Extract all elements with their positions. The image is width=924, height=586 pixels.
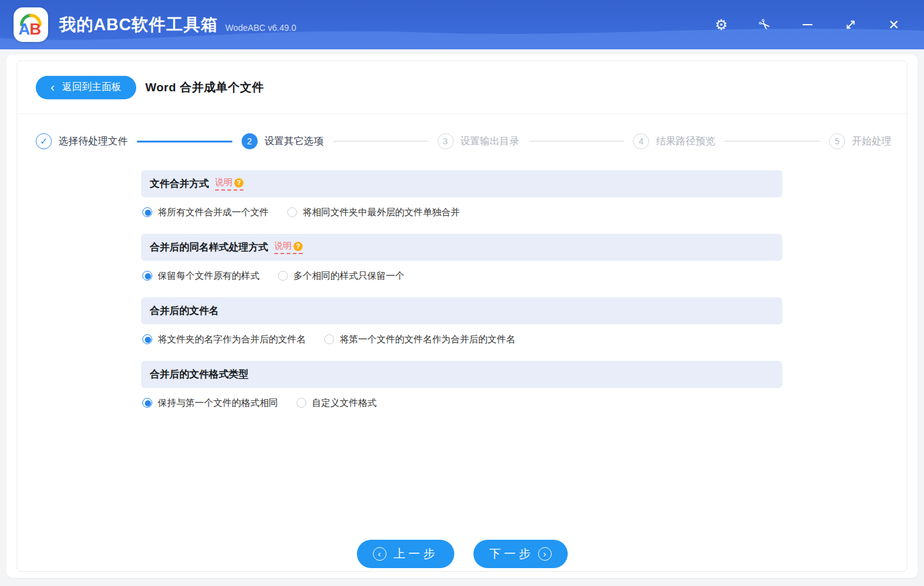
radio-option-keep-one-style[interactable]: 多个相同的样式只保留一个 [278,270,404,282]
radio-option-folder-name[interactable]: 将文件夹的名字作为合并后的文件名 [142,334,306,345]
radio-option-keep-original-styles[interactable]: 保留每个文件原有的样式 [142,270,260,282]
step-2-other-options: 2 设置其它选项 [242,133,324,149]
step-connector [333,141,428,142]
step-indicator: ✓ 选择待处理文件 2 设置其它选项 3 设置输出目录 4 结果路径预览 [17,114,907,149]
circled-chevron-left-icon: ‹ [373,547,386,561]
step-connector [724,141,820,142]
close-icon[interactable]: × [880,10,908,39]
section-output-format: 合并后的文件格式类型 保持与第一个文件的格式相同 自定义文件格式 [141,361,782,412]
step-3-label: 设置输出目录 [460,135,520,148]
radio-unselected-icon [296,398,306,408]
radio-selected-icon [142,398,152,408]
step-1-check-icon: ✓ [36,133,52,149]
back-button-label: 返回到主面板 [62,81,121,94]
step-5-label: 开始处理 [852,135,891,148]
page-background: ‹ 返回到主面板 Word 合并成单个文件 ✓ 选择待处理文件 2 设置其它选项 [0,49,924,586]
question-mark-icon: ? [293,242,303,251]
radio-unselected-icon [278,271,288,281]
next-step-button[interactable]: 下一步 › [473,540,568,568]
help-link[interactable]: 说明 ? [215,177,243,191]
radio-unselected-icon [324,334,334,344]
maximize-resize-icon[interactable] [836,10,865,39]
section-merged-filename-header: 合并后的文件名 [141,297,782,324]
scissors-screenshot-icon[interactable]: ✂ [750,10,779,39]
step-connector [529,141,624,142]
radio-option-merge-all[interactable]: 将所有文件合并成一个文件 [142,207,269,218]
section-title: 合并后的文件名 [150,305,219,318]
radio-selected-icon [142,334,152,344]
radio-option-first-file-name[interactable]: 将第一个文件的文件名作为合并后的文件名 [324,334,515,345]
radio-group-merge-mode: 将所有文件合并成一个文件 将相同文件夹中最外层的文件单独合并 [141,203,782,221]
help-label: 说明 [274,241,292,252]
step-connector-done [137,141,232,142]
question-mark-icon: ? [234,178,243,188]
radio-option-label: 将文件夹的名字作为合并后的文件名 [158,334,306,345]
step-1-select-files: ✓ 选择待处理文件 [36,133,128,149]
radio-option-label: 保持与第一个文件的格式相同 [158,397,278,409]
section-output-format-header: 合并后的文件格式类型 [141,361,782,388]
radio-group-merged-filename: 将文件夹的名字作为合并后的文件名 将第一个文件的文件名作为合并后的文件名 [141,330,782,349]
wizard-footer: ‹ 上一步 下一步 › [17,540,907,568]
help-link[interactable]: 说明 ? [274,241,303,254]
step-3-output-directory: 3 设置输出目录 [438,133,520,149]
section-same-style-header: 合并后的同名样式处理方式 说明 ? [141,234,782,261]
previous-step-label: 上一步 [394,546,438,562]
radio-selected-icon [142,271,152,281]
radio-group-same-style: 保留每个文件原有的样式 多个相同的样式只保留一个 [141,266,782,285]
step-1-label: 选择待处理文件 [59,135,128,148]
logo-letter-a: A [18,20,30,38]
step-4-result-preview: 4 结果路径预览 [633,133,715,149]
section-merged-filename: 合并后的文件名 将文件夹的名字作为合并后的文件名 将第一个文件的文件名作为合并后… [141,297,782,349]
step-2-label: 设置其它选项 [264,135,324,148]
app-logo: A B [14,7,48,42]
radio-option-label: 将所有文件合并成一个文件 [158,207,269,218]
help-label: 说明 [215,177,232,188]
section-merge-mode: 文件合并方式 说明 ? 将所有文件合并成一个文件 将相 [141,170,782,221]
titlebar: A B 我的ABC软件工具箱 WodeABC v6.49.0 ⚙ ✂ × [0,0,924,49]
section-merge-mode-header: 文件合并方式 说明 ? [141,170,782,197]
wizard-panel: ‹ 返回到主面板 Word 合并成单个文件 ✓ 选择待处理文件 2 设置其它选项 [17,60,907,572]
step-5-start-processing: 5 开始处理 [829,133,891,149]
settings-gear-icon[interactable]: ⚙ [707,10,735,39]
previous-step-button[interactable]: ‹ 上一步 [357,540,454,568]
minimize-icon[interactable] [793,10,822,39]
next-step-label: 下一步 [489,546,534,562]
radio-option-label: 保留每个文件原有的样式 [158,270,260,282]
radio-selected-icon [142,207,152,217]
step-4-label: 结果路径预览 [656,135,715,148]
step-3-number: 3 [438,133,454,149]
section-title: 合并后的文件格式类型 [150,368,248,381]
back-to-dashboard-button[interactable]: ‹ 返回到主面板 [36,76,136,99]
radio-group-output-format: 保持与第一个文件的格式相同 自定义文件格式 [141,394,782,412]
step-4-number: 4 [633,133,649,149]
chevron-left-icon: ‹ [51,81,55,93]
section-title: 文件合并方式 [150,178,209,191]
main-card: ‹ 返回到主面板 Word 合并成单个文件 ✓ 选择待处理文件 2 设置其它选项 [6,54,918,578]
radio-option-label: 多个相同的样式只保留一个 [293,270,404,282]
radio-unselected-icon [287,207,297,217]
page-title: Word 合并成单个文件 [145,80,264,96]
logo-letter-b: B [30,20,41,38]
step-5-number: 5 [829,133,845,149]
radio-option-merge-per-folder[interactable]: 将相同文件夹中最外层的文件单独合并 [287,207,460,218]
radio-option-label: 将第一个文件的文件名作为合并后的文件名 [340,334,515,345]
options-content: 文件合并方式 说明 ? 将所有文件合并成一个文件 将相 [141,170,782,412]
step-2-number: 2 [242,133,258,149]
section-title: 合并后的同名样式处理方式 [150,241,268,254]
radio-option-label: 将相同文件夹中最外层的文件单独合并 [303,207,460,218]
circled-chevron-right-icon: › [538,547,552,561]
panel-header: ‹ 返回到主面板 Word 合并成单个文件 [17,61,907,113]
radio-option-custom-format[interactable]: 自定义文件格式 [296,397,377,409]
radio-option-label: 自定义文件格式 [312,397,377,409]
radio-option-same-as-first-file[interactable]: 保持与第一个文件的格式相同 [142,397,278,409]
app-version: WodeABC v6.49.0 [226,23,296,33]
section-same-style-handling: 合并后的同名样式处理方式 说明 ? 保留每个文件原有的样式 [141,234,782,285]
app-title: 我的ABC软件工具箱 [59,14,218,36]
